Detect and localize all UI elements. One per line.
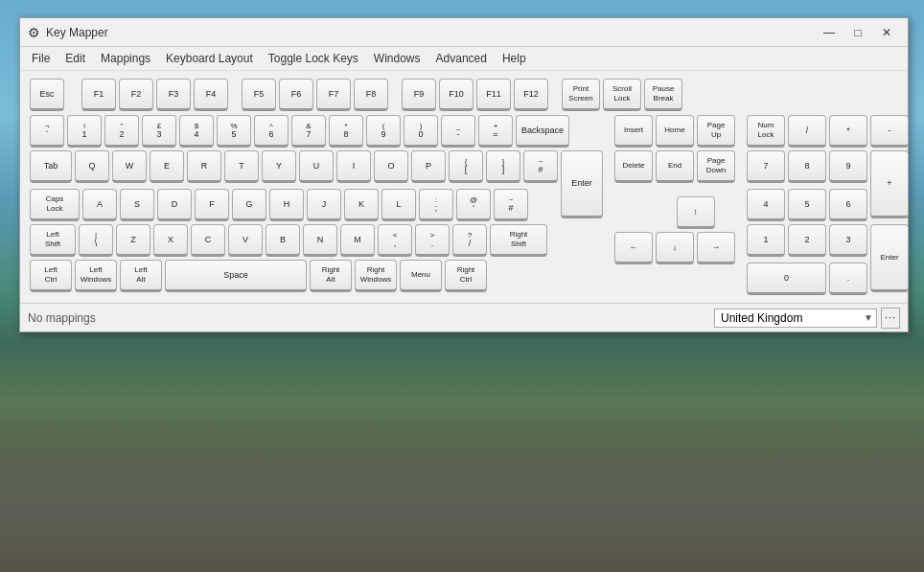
key-num-9[interactable]: 9 xyxy=(829,150,867,183)
key-period[interactable]: > . xyxy=(415,224,450,257)
key-num-4[interactable]: 4 xyxy=(747,189,785,221)
key-equals[interactable]: + = xyxy=(478,115,513,148)
key-num-2[interactable]: 2 xyxy=(788,224,826,257)
key-insert[interactable]: Insert xyxy=(614,115,653,148)
key-num-plus[interactable]: + xyxy=(870,150,909,218)
key-f3[interactable]: F3 xyxy=(156,79,191,111)
key-page-up[interactable]: PageUp xyxy=(697,115,735,148)
key-f7[interactable]: F7 xyxy=(316,79,351,111)
key-u[interactable]: U xyxy=(299,150,334,183)
key-v[interactable]: V xyxy=(228,224,263,257)
close-button[interactable]: ✕ xyxy=(873,22,900,43)
key-y[interactable]: Y xyxy=(262,150,296,183)
key-p[interactable]: P xyxy=(411,150,446,183)
key-e[interactable]: E xyxy=(150,150,184,183)
key-quote[interactable]: @ ' xyxy=(456,189,491,221)
key-f8[interactable]: F8 xyxy=(354,79,388,111)
key-n[interactable]: N xyxy=(303,224,337,257)
key-backspace[interactable]: Backspace xyxy=(516,115,569,148)
menu-edit[interactable]: Edit xyxy=(58,49,93,68)
key-enter[interactable]: Enter xyxy=(561,150,603,218)
key-slash[interactable]: ? / xyxy=(452,224,487,257)
key-c[interactable]: C xyxy=(191,224,225,257)
key-f[interactable]: F xyxy=(195,189,229,221)
key-7[interactable]: & 7 xyxy=(291,115,326,148)
key-3[interactable]: £ 3 xyxy=(142,115,176,148)
key-semicolon[interactable]: : ; xyxy=(419,189,453,221)
key-num-8[interactable]: 8 xyxy=(788,150,826,183)
key-right-windows[interactable]: RightWindows xyxy=(355,260,397,292)
key-print-screen[interactable]: PrintScreen xyxy=(562,79,600,111)
key-right[interactable]: → xyxy=(697,232,735,264)
key-w[interactable]: W xyxy=(112,150,147,183)
key-j[interactable]: J xyxy=(307,189,341,221)
key-left[interactable]: ← xyxy=(614,232,653,264)
key-l[interactable]: L xyxy=(381,189,416,221)
key-a[interactable]: A xyxy=(82,189,117,221)
key-f9[interactable]: F9 xyxy=(402,79,436,111)
key-b[interactable]: B xyxy=(266,224,300,257)
key-k[interactable]: K xyxy=(344,189,379,221)
key-backtick[interactable]: ¬ ` xyxy=(30,115,64,148)
key-num-5[interactable]: 5 xyxy=(788,189,826,221)
key-0[interactable]: ) 0 xyxy=(404,115,438,148)
menu-keyboard-layout[interactable]: Keyboard Layout xyxy=(158,49,261,68)
key-num-star[interactable]: * xyxy=(829,115,867,148)
key-left-alt[interactable]: LeftAlt xyxy=(120,260,162,292)
key-down[interactable]: ↓ xyxy=(656,232,694,264)
dots-button[interactable]: ··· xyxy=(881,308,900,329)
key-comma[interactable]: < , xyxy=(378,224,412,257)
key-num-dot[interactable]: . xyxy=(829,263,867,295)
key-end[interactable]: End xyxy=(656,150,694,183)
key-f1[interactable]: F1 xyxy=(81,79,116,111)
key-esc[interactable]: Esc xyxy=(30,79,64,111)
menu-windows[interactable]: Windows xyxy=(366,49,428,68)
menu-file[interactable]: File xyxy=(24,49,58,68)
key-num-minus[interactable]: - xyxy=(870,115,909,148)
key-left-ctrl[interactable]: LeftCtrl xyxy=(30,260,72,292)
key-q[interactable]: Q xyxy=(75,150,109,183)
key-f11[interactable]: F11 xyxy=(476,79,511,111)
key-right-alt[interactable]: RightAlt xyxy=(310,260,352,292)
key-num-7[interactable]: 7 xyxy=(747,150,785,183)
key-o[interactable]: O xyxy=(374,150,408,183)
key-tab[interactable]: Tab xyxy=(30,150,72,183)
key-d[interactable]: D xyxy=(157,189,192,221)
key-2[interactable]: " 2 xyxy=(104,115,139,148)
menu-mappings[interactable]: Mappings xyxy=(93,49,158,68)
key-t[interactable]: T xyxy=(224,150,259,183)
key-menu[interactable]: Menu xyxy=(400,260,442,292)
minimize-button[interactable]: — xyxy=(816,22,843,43)
menu-advanced[interactable]: Advanced xyxy=(428,49,495,68)
key-num-1[interactable]: 1 xyxy=(747,224,785,257)
key-f2[interactable]: F2 xyxy=(119,79,153,111)
key-num-6[interactable]: 6 xyxy=(829,189,867,221)
key-h[interactable]: H xyxy=(269,189,304,221)
key-i[interactable]: I xyxy=(336,150,371,183)
key-g[interactable]: G xyxy=(232,189,266,221)
key-scroll-lock[interactable]: ScrollLock xyxy=(603,79,641,111)
key-caps-lock[interactable]: CapsLock xyxy=(30,189,80,221)
key-up[interactable]: ↑ xyxy=(677,196,715,229)
key-9[interactable]: ( 9 xyxy=(366,115,401,148)
menu-toggle-lock-keys[interactable]: Toggle Lock Keys xyxy=(261,49,366,68)
key-delete[interactable]: Delete xyxy=(614,150,653,183)
key-r[interactable]: R xyxy=(187,150,221,183)
key-space[interactable]: Space xyxy=(165,260,307,292)
key-num-lock[interactable]: NumLock xyxy=(747,115,785,148)
key-left-windows[interactable]: LeftWindows xyxy=(75,260,117,292)
key-page-down[interactable]: PageDown xyxy=(697,150,735,183)
key-minus[interactable]: _ - xyxy=(441,115,475,148)
key-f12[interactable]: F12 xyxy=(514,79,548,111)
key-left-shift[interactable]: LeftShift xyxy=(30,224,76,257)
key-rbracket[interactable]: } ] xyxy=(486,150,520,183)
key-f10[interactable]: F10 xyxy=(439,79,474,111)
key-s[interactable]: S xyxy=(120,189,154,221)
maximize-button[interactable]: □ xyxy=(844,22,871,43)
key-right-ctrl[interactable]: RightCtrl xyxy=(445,260,487,292)
key-pause-break[interactable]: PauseBreak xyxy=(644,79,682,111)
key-f6[interactable]: F6 xyxy=(279,79,313,111)
key-4[interactable]: $ 4 xyxy=(179,115,214,148)
key-right-shift[interactable]: RightShift xyxy=(490,224,547,257)
key-num-3[interactable]: 3 xyxy=(829,224,867,257)
